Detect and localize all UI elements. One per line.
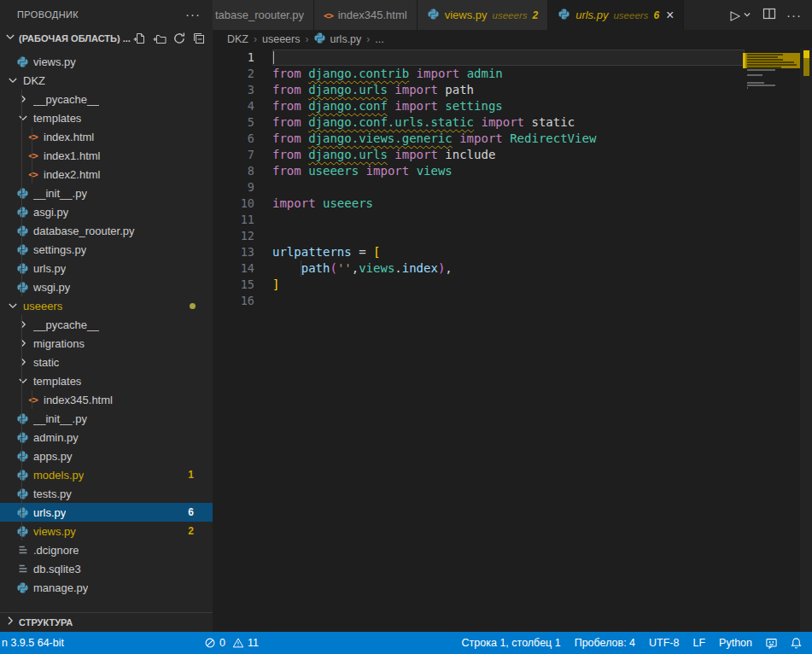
tree-item-__pycache__[interactable]: __pycache__ bbox=[0, 315, 213, 334]
error-count: 0 bbox=[219, 637, 225, 649]
run-python-file-button[interactable]: ▷ bbox=[730, 8, 752, 23]
code-line-content[interactable] bbox=[272, 50, 745, 66]
tree-item-index2.html[interactable]: <>index2.html bbox=[0, 165, 213, 184]
tree-item-label: models.py bbox=[33, 469, 84, 482]
code-line-content[interactable]: ] bbox=[272, 277, 745, 293]
tree-item-urls.py[interactable]: urls.py bbox=[0, 259, 213, 277]
code-line-12: 12 bbox=[213, 228, 745, 244]
explorer-sidebar: ПРОВОДНИК ··· (РАБОЧАЯ ОБЛАСТЬ) ... view… bbox=[0, 0, 213, 632]
minimap[interactable] bbox=[745, 49, 800, 632]
breadcrumb-item-DKZ[interactable]: DKZ bbox=[227, 33, 248, 45]
tree-item-label: DKZ bbox=[23, 74, 45, 87]
chevron-down-icon[interactable] bbox=[742, 8, 752, 23]
tab-label: views.py bbox=[445, 9, 488, 21]
feedback-icon[interactable] bbox=[759, 632, 784, 654]
tab-index345.html[interactable]: <>index345.html bbox=[314, 0, 418, 30]
tree-item-apps.py[interactable]: apps.py bbox=[0, 447, 213, 465]
tree-item-settings.py[interactable]: settings.py bbox=[0, 240, 213, 259]
language-mode-item[interactable]: Python bbox=[712, 632, 759, 654]
code-line-content[interactable]: urlpatterns = [ bbox=[272, 244, 745, 260]
code-line-content[interactable]: from django.urls import path bbox=[272, 82, 745, 98]
close-icon[interactable]: × bbox=[666, 9, 674, 22]
tree-item-.dcignore[interactable]: .dcignore bbox=[0, 540, 213, 559]
tree-item-DKZ[interactable]: DKZ bbox=[0, 71, 213, 90]
new-folder-icon[interactable] bbox=[153, 32, 166, 45]
tree-item-label: urls.py bbox=[33, 506, 66, 519]
code-line-content[interactable]: from django.contrib import admin bbox=[272, 66, 745, 82]
tree-item-migrations[interactable]: migrations bbox=[0, 334, 213, 353]
tab-tabase_roouter.py[interactable]: tabase_roouter.py bbox=[213, 0, 314, 30]
notifications-bell-icon[interactable] bbox=[784, 632, 809, 654]
py-file-icon bbox=[558, 8, 570, 23]
tree-item-database_roouter.py[interactable]: database_roouter.py bbox=[0, 221, 213, 240]
breadcrumb-item-urls.py[interactable]: urls.py bbox=[313, 32, 361, 47]
new-file-icon[interactable] bbox=[133, 32, 147, 45]
code-editor: 12from django.contrib import admin3from … bbox=[213, 49, 745, 632]
tree-item-admin.py[interactable]: admin.py bbox=[0, 428, 213, 447]
tree-item-views.py[interactable]: views.py bbox=[0, 52, 213, 71]
breadcrumb-item-useeers[interactable]: useeers bbox=[262, 33, 300, 45]
tree-item-tests.py[interactable]: tests.py bbox=[0, 484, 213, 503]
tree-item-static[interactable]: static bbox=[0, 353, 213, 371]
tree-item-templates[interactable]: templates bbox=[0, 108, 213, 127]
tree-item-templates[interactable]: templates bbox=[0, 371, 213, 390]
refresh-explorer-icon[interactable] bbox=[172, 32, 186, 45]
tree-item-__pycache__[interactable]: __pycache__ bbox=[0, 90, 213, 108]
code-line-content[interactable] bbox=[272, 212, 745, 228]
code-line-16: 16 bbox=[213, 293, 745, 309]
outline-section-header[interactable]: СТРУКТУРА bbox=[0, 612, 213, 632]
collapse-folders-icon[interactable] bbox=[192, 32, 206, 45]
indentation-item[interactable]: Пробелов: 4 bbox=[568, 632, 642, 654]
code-line-15: 15] bbox=[213, 277, 745, 293]
tree-item-__init__.py[interactable]: __init__.py bbox=[0, 409, 213, 428]
cursor-position-item[interactable]: Строка 1, столбец 1 bbox=[455, 632, 568, 654]
workspace-section-header[interactable]: (РАБОЧАЯ ОБЛАСТЬ) ... bbox=[0, 28, 213, 49]
tab-urls.py[interactable]: urls.pyuseeers6× bbox=[548, 0, 684, 30]
eol-item[interactable]: LF bbox=[686, 632, 712, 654]
tree-item-label: __init__.py bbox=[33, 187, 87, 200]
code-line-content[interactable] bbox=[272, 179, 745, 196]
tree-item-__init__.py[interactable]: __init__.py bbox=[0, 184, 213, 202]
tree-item-db.sqlite3[interactable]: db.sqlite3 bbox=[0, 559, 213, 578]
tree-item-index1.html[interactable]: <>index1.html bbox=[0, 146, 213, 165]
tab-views.py[interactable]: views.pyuseeers2 bbox=[418, 0, 548, 30]
more-actions-icon[interactable]: ··· bbox=[786, 8, 802, 22]
code-line-content[interactable]: from django.urls import include bbox=[272, 147, 745, 163]
line-number: 10 bbox=[213, 196, 272, 212]
python-interpreter-item[interactable]: n 3.9.5 64-bit bbox=[0, 632, 71, 654]
breadcrumb-item-...[interactable]: ... bbox=[375, 33, 383, 45]
tree-item-models.py[interactable]: models.py1 bbox=[0, 465, 213, 484]
encoding-item[interactable]: UTF-8 bbox=[642, 632, 686, 654]
explorer-more-actions-icon[interactable]: ··· bbox=[185, 7, 201, 21]
overview-warning-mark bbox=[803, 58, 809, 76]
code-line-3: 3from django.urls import path bbox=[213, 82, 745, 98]
code-line-content[interactable]: import useeers bbox=[272, 196, 745, 212]
py-file-icon bbox=[15, 505, 30, 519]
indent-guide bbox=[21, 127, 22, 146]
tree-item-manage.py[interactable]: manage.py bbox=[0, 578, 213, 597]
code-line-content[interactable]: path('',views.index), bbox=[272, 260, 745, 277]
py-file-icon bbox=[15, 280, 30, 294]
code-line-content[interactable]: from django.conf.urls.static import stat… bbox=[272, 114, 745, 131]
tree-item-views.py[interactable]: views.py2 bbox=[0, 522, 213, 540]
code-line-content[interactable]: from django.conf import settings bbox=[272, 98, 745, 114]
tree-item-useeers[interactable]: useeers bbox=[0, 296, 213, 315]
code-line-content[interactable]: from useeers import views bbox=[272, 163, 745, 179]
breadcrumb-separator-icon: › bbox=[254, 33, 257, 45]
code-line-content[interactable] bbox=[272, 293, 745, 309]
split-editor-icon[interactable] bbox=[762, 7, 776, 24]
tree-item-wsgi.py[interactable]: wsgi.py bbox=[0, 277, 213, 296]
tree-item-index345.html[interactable]: <>index345.html bbox=[0, 390, 213, 409]
tree-item-urls.py[interactable]: urls.py6 bbox=[0, 503, 213, 522]
warning-icon bbox=[232, 637, 244, 649]
indent-guide bbox=[32, 146, 32, 165]
tree-item-asgi.py[interactable]: asgi.py bbox=[0, 202, 213, 221]
html-icon: <> bbox=[324, 10, 333, 20]
tree-item-index.html[interactable]: <>index.html bbox=[0, 127, 213, 146]
code-line-content[interactable] bbox=[272, 228, 745, 244]
scrollbar[interactable] bbox=[800, 49, 812, 632]
tab-description: useeers bbox=[493, 10, 528, 20]
problems-item[interactable]: 0 11 bbox=[197, 632, 266, 654]
explorer-header: ПРОВОДНИК ··· bbox=[0, 0, 213, 28]
code-line-content[interactable]: from django.views.generic import Redirec… bbox=[272, 131, 745, 147]
